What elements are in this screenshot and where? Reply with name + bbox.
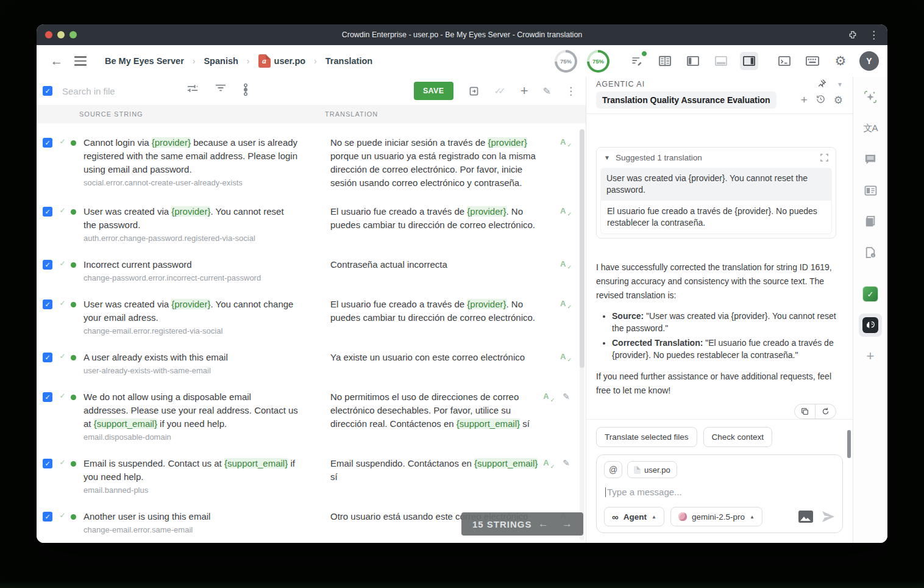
table-row[interactable]: ✓✓A user already exists with this emailu…: [37, 343, 586, 382]
strings-scrollbar[interactable]: [580, 129, 585, 540]
row-checkbox[interactable]: ✓: [43, 459, 52, 468]
ai-proofread-icon[interactable]: A✓: [560, 206, 570, 215]
pin-panel-icon[interactable]: [817, 78, 827, 91]
translation-text[interactable]: No permitimos el uso de direcciones de c…: [330, 390, 539, 431]
file-info-icon[interactable]: [859, 241, 882, 264]
draft-notes-icon[interactable]: [628, 52, 646, 70]
translate-selected-files-button[interactable]: Translate selected files: [596, 427, 697, 447]
row-checkbox[interactable]: ✓: [43, 353, 52, 362]
table-row[interactable]: ✓✓Email is suspended. Contact us at {sup…: [37, 449, 586, 502]
ai-settings-icon[interactable]: ⚙: [834, 94, 843, 107]
add-string-icon[interactable]: +: [521, 83, 528, 99]
edit-translation-icon[interactable]: ✎: [563, 458, 570, 468]
save-button[interactable]: SAVE: [414, 82, 453, 100]
console-icon[interactable]: [775, 52, 794, 70]
row-checkbox[interactable]: ✓: [43, 260, 52, 270]
attach-image-icon[interactable]: [798, 511, 813, 523]
browser-menu-icon[interactable]: ⋮: [869, 29, 879, 41]
advanced-filter-icon[interactable]: [187, 83, 199, 99]
machine-translation-icon[interactable]: 文A: [859, 117, 882, 140]
row-checkbox[interactable]: ✓: [43, 207, 52, 217]
row-checkbox[interactable]: ✓: [43, 138, 52, 148]
glossary-icon[interactable]: [859, 210, 882, 233]
mention-button[interactable]: @: [604, 461, 622, 478]
qa-checks-app-icon[interactable]: ✓: [859, 282, 882, 306]
source-string-text[interactable]: Another user is using this email: [84, 510, 298, 523]
table-row[interactable]: ✓✓User was created via {provider}. You c…: [37, 290, 586, 343]
message-input[interactable]: Type a message...: [605, 487, 834, 497]
user-avatar[interactable]: Y: [859, 51, 879, 71]
settings-gear-icon[interactable]: ⚙: [831, 52, 850, 70]
agentic-ai-app-icon[interactable]: [859, 314, 882, 337]
translation-text[interactable]: Email suspendido. Contáctanos en {suppor…: [330, 457, 539, 484]
suggested-header-label[interactable]: Suggested 1 translation: [616, 153, 702, 162]
comments-icon[interactable]: [859, 148, 882, 171]
model-dropdown[interactable]: gemini-2.5-pro ▲: [670, 507, 762, 526]
copy-source-icon[interactable]: [468, 85, 480, 97]
check-context-button[interactable]: Check context: [703, 427, 773, 447]
translation-text[interactable]: No se puede iniciar sesión a través de {…: [330, 136, 539, 190]
ai-proofread-icon[interactable]: A✓: [560, 352, 570, 361]
keyboard-shortcuts-icon[interactable]: [803, 52, 822, 70]
translation-text[interactable]: Contraseña actual incorrecta: [330, 258, 539, 271]
table-row[interactable]: ✓✓User was created via {provider}. You c…: [37, 197, 586, 250]
breadcrumb-project[interactable]: Be My Eyes Server: [105, 56, 184, 66]
send-message-icon[interactable]: [822, 511, 835, 523]
menu-icon[interactable]: [72, 54, 89, 68]
translated-progress-ring[interactable]: 75%: [555, 50, 577, 73]
context-card-icon[interactable]: [859, 179, 882, 202]
new-conversation-icon[interactable]: +: [801, 93, 808, 107]
source-string-text[interactable]: We do not allow using a disposable email…: [84, 390, 298, 431]
source-string-text[interactable]: User was created via {provider}. You can…: [84, 205, 298, 232]
select-all-checkbox[interactable]: ✓: [43, 86, 52, 96]
ai-proofread-icon[interactable]: A✓: [560, 259, 570, 268]
ai-proofread-icon[interactable]: A✓: [560, 299, 570, 308]
ai-proofread-icon[interactable]: A✓: [560, 137, 570, 146]
source-string-text[interactable]: A user already exists with this email: [84, 351, 298, 364]
extensions-icon[interactable]: [848, 30, 858, 40]
source-string-text[interactable]: User was created via {provider}. You can…: [84, 298, 298, 324]
row-checkbox[interactable]: ✓: [43, 512, 52, 522]
add-app-icon[interactable]: +: [859, 345, 882, 368]
table-row[interactable]: ✓✓Cannot login via {provider} because a …: [37, 128, 586, 197]
ai-proofread-icon[interactable]: A✓: [543, 392, 553, 401]
message-composer[interactable]: @ user.po Type a message...: [596, 454, 843, 533]
edit-translation-icon[interactable]: ✎: [563, 392, 570, 401]
back-icon[interactable]: ←: [48, 54, 66, 68]
ai-conversation-tab[interactable]: Translation Quality Assurance Evaluation: [596, 91, 777, 109]
expand-icon[interactable]: [820, 154, 828, 162]
zoom-window-button[interactable]: [69, 31, 77, 38]
left-panel-layout-icon[interactable]: [684, 52, 702, 70]
prev-page-icon[interactable]: ←: [538, 518, 549, 530]
history-icon[interactable]: [816, 94, 826, 107]
linked-strings-icon[interactable]: [243, 83, 249, 99]
breadcrumb-mode[interactable]: Translation: [325, 56, 372, 66]
translation-text[interactable]: Ya existe un usuario con este correo ele…: [330, 351, 539, 364]
ai-proofread-icon[interactable]: A✓: [543, 458, 553, 468]
more-options-icon[interactable]: ⋮: [566, 85, 576, 98]
ai-panel-scrollbar[interactable]: [847, 430, 851, 458]
source-string-text[interactable]: Cannot login via {provider} because a us…: [84, 136, 298, 176]
source-string-text[interactable]: Email is suspended. Contact us at {suppo…: [84, 457, 298, 484]
table-row[interactable]: ✓✓Incorrect current passwordchange-passw…: [37, 250, 586, 290]
attached-file-chip[interactable]: user.po: [627, 461, 677, 478]
source-string-text[interactable]: Incorrect current password: [84, 258, 298, 271]
close-window-button[interactable]: [45, 31, 52, 38]
side-by-side-view-icon[interactable]: [656, 52, 674, 70]
translation-text[interactable]: El usuario fue creado a través de {provi…: [330, 298, 539, 324]
table-row[interactable]: ✓✓We do not allow using a disposable ema…: [37, 382, 586, 449]
next-page-icon[interactable]: →: [562, 518, 572, 530]
bottom-panel-layout-icon[interactable]: [712, 52, 730, 70]
approved-progress-ring[interactable]: 75%: [587, 50, 609, 73]
copy-response-icon[interactable]: [795, 404, 815, 418]
approve-all-icon[interactable]: ✓✓: [494, 85, 506, 96]
filter-icon[interactable]: [215, 83, 227, 99]
search-input[interactable]: [62, 86, 178, 96]
regenerate-response-icon[interactable]: [815, 404, 836, 418]
row-checkbox[interactable]: ✓: [43, 392, 52, 402]
edit-icon[interactable]: ✎: [543, 85, 551, 97]
row-checkbox[interactable]: ✓: [43, 299, 52, 309]
chevron-down-icon[interactable]: ▼: [604, 154, 610, 161]
breadcrumb-language[interactable]: Spanish: [204, 56, 238, 66]
minimize-window-button[interactable]: [57, 31, 65, 38]
